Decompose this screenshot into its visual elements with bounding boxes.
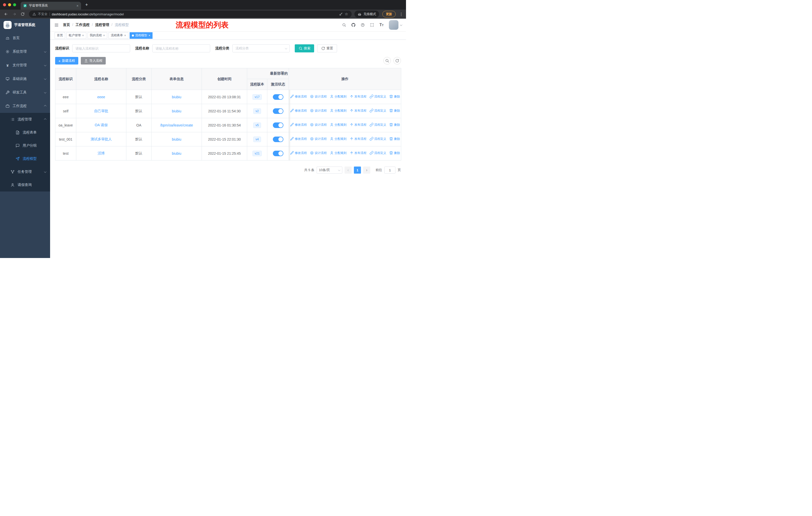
tag-process-model[interactable]: 流程模型 × bbox=[129, 32, 153, 39]
import-process-button[interactable]: 导入流程 bbox=[81, 57, 106, 64]
delete-process-link[interactable]: 删除 bbox=[389, 94, 400, 99]
sidebar-item-leave-query[interactable]: 请假查询 bbox=[0, 179, 50, 191]
design-process-link[interactable]: 设计流程 bbox=[310, 137, 327, 141]
delete-process-link[interactable]: 删除 bbox=[389, 151, 400, 155]
delete-process-link[interactable]: 删除 bbox=[389, 123, 400, 127]
active-toggle[interactable] bbox=[273, 151, 283, 156]
sidebar-toggle-button[interactable] bbox=[54, 23, 59, 27]
help-icon[interactable] bbox=[361, 23, 365, 27]
window-minimize-button[interactable] bbox=[8, 3, 11, 6]
back-button[interactable] bbox=[2, 10, 9, 18]
process-definition-link[interactable]: 流程定义 bbox=[370, 109, 386, 113]
form-info-link[interactable]: biubiu bbox=[172, 137, 181, 141]
process-name-link[interactable]: 滔博 bbox=[98, 151, 105, 155]
process-name-link[interactable]: 自己审批 bbox=[94, 109, 108, 113]
tag-close-icon[interactable]: × bbox=[148, 33, 150, 37]
assign-rule-link[interactable]: 分配规则 bbox=[330, 151, 347, 155]
publish-process-link[interactable]: 发布流程 bbox=[350, 109, 367, 113]
font-size-icon[interactable]: TT bbox=[379, 23, 384, 27]
design-process-link[interactable]: 设计流程 bbox=[310, 151, 327, 155]
process-name-input[interactable] bbox=[152, 44, 210, 52]
forward-button[interactable] bbox=[11, 10, 18, 18]
assign-rule-link[interactable]: 分配规则 bbox=[330, 109, 347, 113]
new-tab-button[interactable]: + bbox=[83, 1, 90, 8]
assign-rule-link[interactable]: 分配规则 bbox=[330, 94, 347, 99]
publish-process-link[interactable]: 发布流程 bbox=[350, 137, 367, 141]
sidebar-item-home[interactable]: 首页 bbox=[0, 31, 50, 45]
publish-process-link[interactable]: 发布流程 bbox=[350, 94, 367, 99]
password-key-icon[interactable] bbox=[339, 12, 343, 16]
next-page-button[interactable]: › bbox=[363, 166, 370, 173]
form-info-link[interactable]: /bpm/oa/leave/create bbox=[160, 123, 193, 127]
sidebar-item-system-mgmt[interactable]: 系统管理 bbox=[0, 45, 50, 58]
window-zoom-button[interactable] bbox=[13, 3, 16, 6]
design-process-link[interactable]: 设计流程 bbox=[310, 109, 327, 113]
form-info-link[interactable]: biubiu bbox=[172, 109, 181, 113]
active-toggle[interactable] bbox=[273, 94, 283, 100]
sidebar-item-payment-mgmt[interactable]: ¥ 支付管理 bbox=[0, 58, 50, 72]
process-definition-link[interactable]: 流程定义 bbox=[370, 151, 386, 155]
modify-process-link[interactable]: 修改流程 bbox=[290, 151, 307, 155]
process-key-input[interactable] bbox=[72, 44, 130, 52]
current-page-button[interactable]: 1 bbox=[354, 166, 361, 173]
sidebar-item-process-mgmt[interactable]: 流程管理 bbox=[0, 113, 50, 126]
page-size-select[interactable]: 10条/页 bbox=[317, 166, 342, 173]
modify-process-link[interactable]: 修改流程 bbox=[290, 94, 307, 99]
reset-button[interactable]: 重置 bbox=[317, 44, 337, 52]
sidebar-item-process-form[interactable]: 流程表单 bbox=[0, 126, 50, 139]
toggle-search-button[interactable] bbox=[383, 57, 391, 64]
sidebar-item-task-mgmt[interactable]: 任务管理 bbox=[0, 165, 50, 179]
app-logo[interactable]: 芋道管理系统 bbox=[0, 19, 50, 31]
tag-close-icon[interactable]: × bbox=[82, 33, 84, 37]
reload-button[interactable] bbox=[19, 10, 26, 18]
breadcrumb-item[interactable]: 工作流程 bbox=[76, 23, 95, 27]
process-definition-link[interactable]: 流程定义 bbox=[370, 137, 386, 141]
process-name-link[interactable]: eeee bbox=[97, 95, 105, 99]
github-icon[interactable] bbox=[351, 23, 355, 27]
process-category-select[interactable]: 流程分类 bbox=[232, 44, 290, 52]
sidebar-item-user-group[interactable]: 用户分组 bbox=[0, 139, 50, 152]
create-process-button[interactable]: + 新建流程 bbox=[55, 57, 78, 64]
form-info-link[interactable]: biubiu bbox=[172, 95, 181, 99]
fullscreen-icon[interactable] bbox=[370, 23, 374, 27]
bookmark-star-icon[interactable]: ☆ bbox=[345, 12, 348, 17]
assign-rule-link[interactable]: 分配规则 bbox=[330, 123, 347, 127]
sidebar-item-infrastructure[interactable]: 基础设施 bbox=[0, 72, 50, 86]
process-definition-link[interactable]: 流程定义 bbox=[370, 123, 386, 127]
delete-process-link[interactable]: 删除 bbox=[389, 137, 400, 141]
modify-process-link[interactable]: 修改流程 bbox=[290, 137, 307, 141]
tab-close-icon[interactable]: × bbox=[77, 4, 79, 8]
browser-menu-icon[interactable]: ⋮ bbox=[399, 12, 404, 17]
address-bar[interactable]: 不安全 dashboard.yudao.iocoder.cn/bpm/manag… bbox=[29, 10, 352, 18]
active-toggle[interactable] bbox=[273, 123, 283, 128]
publish-process-link[interactable]: 发布流程 bbox=[350, 151, 367, 155]
process-definition-link[interactable]: 流程定义 bbox=[370, 94, 386, 99]
modify-process-link[interactable]: 修改流程 bbox=[290, 123, 307, 127]
design-process-link[interactable]: 设计流程 bbox=[310, 123, 327, 127]
active-toggle[interactable] bbox=[273, 137, 283, 142]
tag-close-icon[interactable]: × bbox=[124, 33, 126, 37]
breadcrumb-item[interactable]: 流程管理 bbox=[95, 23, 115, 27]
sidebar-item-workflow[interactable]: 工作流程 bbox=[0, 99, 50, 113]
breadcrumb-item[interactable]: 首页 bbox=[63, 23, 76, 27]
tag-home[interactable]: 首页 bbox=[55, 32, 65, 39]
tag-my-process[interactable]: 我的流程 × bbox=[88, 32, 108, 39]
form-info-link[interactable]: biubiu bbox=[172, 152, 181, 156]
window-close-button[interactable] bbox=[3, 3, 6, 6]
search-button[interactable]: 搜索 bbox=[295, 44, 314, 52]
assign-rule-link[interactable]: 分配规则 bbox=[330, 137, 347, 141]
prev-page-button[interactable]: ‹ bbox=[345, 166, 352, 173]
modify-process-link[interactable]: 修改流程 bbox=[290, 109, 307, 113]
sidebar-item-process-model[interactable]: 流程模型 bbox=[0, 152, 50, 165]
sidebar-item-dev-tools[interactable]: 研发工具 bbox=[0, 86, 50, 99]
publish-process-link[interactable]: 发布流程 bbox=[350, 123, 367, 127]
design-process-link[interactable]: 设计流程 bbox=[310, 94, 327, 99]
delete-process-link[interactable]: 删除 bbox=[389, 109, 400, 113]
process-name-link[interactable]: OA 请假 bbox=[95, 123, 108, 127]
tag-close-icon[interactable]: × bbox=[103, 33, 105, 37]
process-name-link[interactable]: 测试多审批人 bbox=[91, 137, 112, 141]
header-search-icon[interactable] bbox=[342, 23, 346, 27]
goto-page-input[interactable] bbox=[384, 166, 396, 173]
user-menu[interactable] bbox=[389, 20, 402, 30]
browser-tab[interactable]: 芋道管理系统 × bbox=[21, 2, 81, 9]
